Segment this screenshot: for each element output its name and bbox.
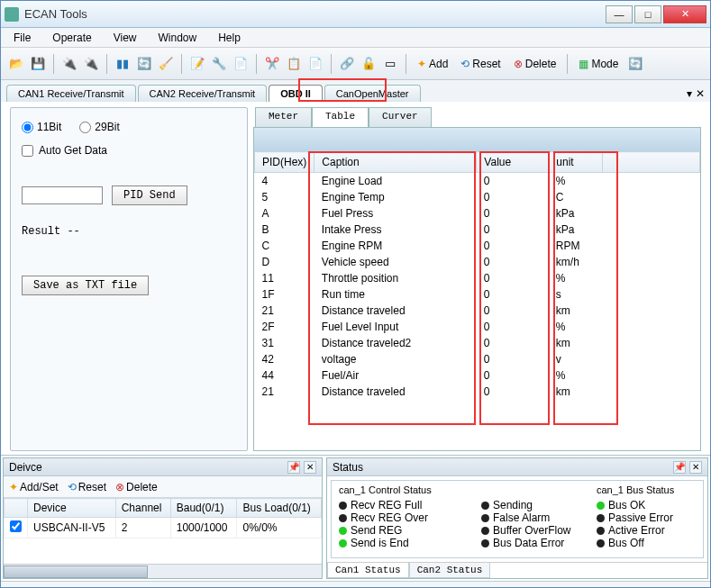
window-icon[interactable]: ▭ [381, 55, 399, 73]
dev-th-baud[interactable]: Baud(0/1) [170, 499, 237, 518]
dev-th-device[interactable]: Device [28, 499, 116, 518]
tab-obd[interactable]: OBD II [269, 85, 323, 102]
pause-icon[interactable]: ▮▮ [114, 55, 132, 73]
save-txt-button[interactable]: Save as TXT file [22, 276, 149, 295]
status-panel: Status 📌 ✕ can_1 Control Status Recv REG… [326, 457, 708, 579]
device-panel: Deivce 📌 ✕ ✦Add/Set ⟲Reset ⊗Delete Devic… [3, 457, 323, 579]
table-row[interactable]: 11Throttle position0% [255, 270, 700, 286]
menu-bar: File Operate View Window Help [1, 28, 710, 48]
clear-icon[interactable]: 🧹 [157, 55, 175, 73]
pid-send-button[interactable]: PID Send [112, 185, 187, 205]
device-scrollbar[interactable] [4, 564, 322, 578]
table-row[interactable]: 5Engine Temp0C [255, 189, 700, 205]
status-item: Sending [481, 499, 589, 511]
device-del-icon[interactable]: 🔌 [82, 55, 100, 73]
paste-icon[interactable]: 📄 [306, 55, 324, 73]
dev-th-busload[interactable]: Bus Load(0/1) [237, 499, 322, 518]
pin-icon[interactable]: 📌 [673, 461, 686, 474]
tools-icon[interactable]: 🔧 [210, 55, 228, 73]
open-icon[interactable]: 📂 [7, 55, 25, 73]
edit-icon[interactable]: 📝 [188, 55, 206, 73]
device-delete-button[interactable]: ⊗Delete [115, 481, 158, 493]
subtab-curver[interactable]: Curver [369, 107, 432, 127]
pin-icon[interactable]: 📌 [287, 461, 300, 474]
link-icon[interactable]: 🔗 [338, 55, 356, 73]
status-dot-icon [597, 539, 605, 547]
device-reset-button[interactable]: ⟲Reset [68, 481, 106, 493]
table-row[interactable]: 21Distance traveled0km [255, 303, 700, 319]
subtab-meter[interactable]: Meter [255, 107, 312, 127]
device-addset-button[interactable]: ✦Add/Set [9, 481, 59, 493]
panel-close-icon[interactable]: ✕ [304, 461, 316, 474]
table-row[interactable]: 1FRun time0s [255, 286, 700, 303]
subtab-table[interactable]: Table [312, 107, 369, 127]
menu-help[interactable]: Help [209, 30, 250, 46]
prefs-icon[interactable]: 📄 [232, 55, 250, 73]
unlink-icon[interactable]: 🔓 [360, 55, 378, 73]
result-label: Result -- [22, 225, 236, 238]
device-table: Device Channel Baud(0/1) Bus Load(0/1) U… [4, 498, 322, 538]
device-panel-title: Deivce [9, 461, 42, 474]
menu-view[interactable]: View [105, 30, 146, 46]
tabmenu-dropdown-icon[interactable]: ▾ [687, 87, 692, 100]
save-icon[interactable]: 💾 [29, 55, 47, 73]
status-dot-icon [339, 514, 347, 522]
status-tab-can1[interactable]: Can1 Status [327, 563, 409, 578]
tab-canopen[interactable]: CanOpenMaster [324, 85, 421, 102]
status-dot-icon [597, 527, 605, 535]
radio-29bit[interactable]: 29Bit [79, 121, 119, 133]
table-row[interactable]: 44Fuel/Air0% [255, 367, 700, 384]
status-dot-icon [481, 539, 489, 547]
status-item: Buffer OverFlow [481, 524, 589, 537]
status-tab-can2[interactable]: Can2 Status [409, 563, 491, 578]
refresh2-icon[interactable]: 🔄 [626, 55, 644, 73]
close-button[interactable]: ✕ [663, 5, 706, 23]
table-row[interactable]: DVehicle speed0km/h [255, 254, 700, 270]
status-dot-icon [339, 539, 347, 547]
radio-11bit[interactable]: 11Bit [22, 121, 61, 133]
device-add-icon[interactable]: 🔌 [60, 55, 78, 73]
th-unit[interactable]: unit [549, 152, 603, 173]
dev-th-channel[interactable]: Channel [115, 499, 170, 518]
table-row[interactable]: BIntake Press0kPa [255, 222, 700, 238]
add-button[interactable]: ✦Add [412, 56, 453, 72]
obd-control-panel: 11Bit 29Bit Auto Get Data PID Send Resul… [10, 107, 248, 451]
th-pid[interactable]: PID(Hex) [255, 152, 314, 173]
table-row[interactable]: AFuel Press0kPa [255, 205, 700, 222]
mode-button[interactable]: ▦Mode [573, 56, 624, 72]
th-value[interactable]: Value [477, 152, 549, 173]
status-item: Bus Off [597, 537, 696, 549]
minimize-button[interactable]: — [606, 5, 633, 23]
table-row[interactable]: 31Distance traveled20km [255, 335, 700, 351]
tab-can2[interactable]: CAN2 Receive/Transmit [138, 85, 268, 102]
copy-icon[interactable]: 📋 [285, 55, 303, 73]
status-group2-label: can_1 Bus Status [597, 484, 696, 495]
panel-close-icon[interactable]: ✕ [689, 461, 702, 474]
cut-icon[interactable]: ✂️ [263, 55, 281, 73]
delete-button[interactable]: ⊗Delete [508, 56, 562, 72]
device-row[interactable]: USBCAN-II-V5 2 1000/1000 0%/0% [5, 518, 322, 538]
auto-get-checkbox[interactable]: Auto Get Data [22, 144, 236, 157]
status-dot-icon [339, 502, 347, 510]
tab-close-icon[interactable]: ✕ [696, 87, 705, 100]
device-row-checkbox[interactable] [10, 520, 22, 532]
maximize-button[interactable]: □ [634, 5, 661, 23]
table-row[interactable]: 2FFuel Level Input0% [255, 319, 700, 335]
pid-input[interactable] [22, 186, 103, 204]
menu-file[interactable]: File [5, 30, 40, 46]
table-row[interactable]: 21Distance traveled0km [255, 384, 700, 400]
table-row[interactable]: 42voltage0v [255, 351, 700, 367]
refresh-icon[interactable]: 🔄 [135, 55, 153, 73]
status-dot-icon [597, 514, 605, 522]
th-caption[interactable]: Caption [314, 152, 477, 173]
tab-can1[interactable]: CAN1 Receive/Transmit [6, 85, 136, 102]
table-row[interactable]: CEngine RPM0RPM [255, 238, 700, 254]
status-item: Bus Data Error [481, 537, 589, 549]
menu-operate[interactable]: Operate [43, 30, 100, 46]
reset-button[interactable]: ⟲Reset [455, 56, 506, 72]
status-item: Recv REG Full [339, 499, 474, 511]
menu-window[interactable]: Window [150, 30, 206, 46]
status-dot-icon [481, 514, 489, 522]
table-row[interactable]: 4Engine Load0% [255, 173, 700, 189]
status-item: False Alarm [481, 511, 589, 524]
